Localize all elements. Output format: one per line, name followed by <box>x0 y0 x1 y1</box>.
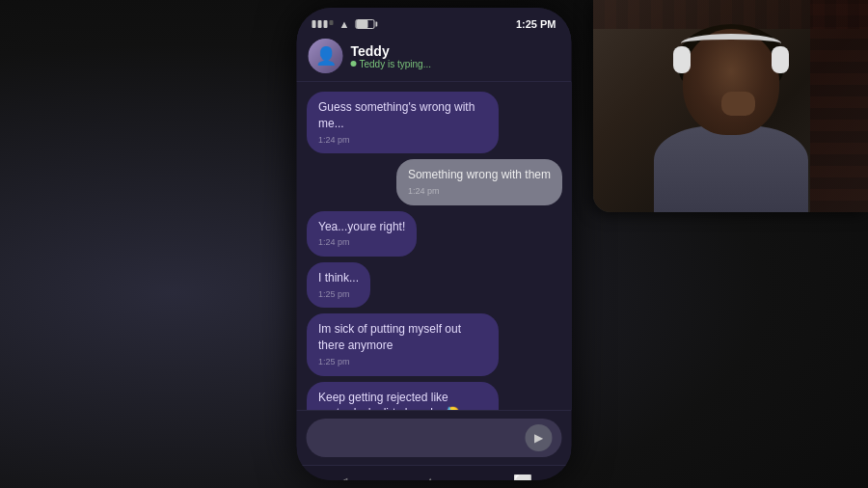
hand-shape <box>721 92 755 116</box>
webcam-overlay <box>593 0 868 212</box>
status-time: 1:25 PM <box>516 18 556 30</box>
send-button[interactable]: ▶ <box>526 424 553 451</box>
headphone-left <box>673 46 691 73</box>
message-3-time: 1:24 pm <box>318 236 405 249</box>
message-3: Yea...youre right! 1:24 pm <box>307 211 417 257</box>
person-figure <box>635 19 827 212</box>
message-3-text: Yea...youre right! <box>318 220 405 233</box>
message-2-text: Something wrong with them <box>407 168 550 181</box>
home-button[interactable]: △ <box>424 474 436 480</box>
message-1-text: Guess something's wrong with me... <box>318 100 475 130</box>
message-2-time: 1:24 pm <box>407 185 550 198</box>
status-bar: ▲ 1:25 PM <box>297 8 572 35</box>
send-icon: ▶ <box>534 431 543 445</box>
chat-input-area: ▶ <box>297 410 572 465</box>
typing-status: Teddy is typing... <box>351 59 560 69</box>
message-1: Guess something's wrong with me... 1:24 … <box>307 92 499 153</box>
bar-3 <box>324 20 328 28</box>
message-6: Keep getting rejected like yesterday's d… <box>307 382 499 410</box>
message-5-time: 1:25 pm <box>318 356 487 368</box>
webcam-feed <box>593 0 868 212</box>
body-shape <box>654 125 808 212</box>
headphone-band <box>681 34 781 53</box>
message-5: Im sick of putting myself out there anym… <box>307 313 499 375</box>
avatar: 👤 <box>309 39 343 73</box>
headphone-right <box>772 46 789 73</box>
avatar-image: 👤 <box>309 39 343 73</box>
bar-4 <box>330 20 334 25</box>
battery-icon <box>355 19 374 29</box>
input-row: ▶ <box>307 419 562 457</box>
message-2: Something wrong with them 1:24 pm <box>395 159 561 204</box>
bar-2 <box>318 20 322 28</box>
status-text: Teddy is typing... <box>360 59 431 69</box>
wifi-icon: ▲ <box>339 18 350 30</box>
message-6-text: Keep getting rejected like yesterday's d… <box>318 391 460 410</box>
phone-frame: ▲ 1:25 PM 👤 Teddy Teddy is typing... Gue… <box>297 8 572 480</box>
back-button[interactable]: ◁ <box>336 474 347 480</box>
message-input[interactable] <box>316 431 520 445</box>
message-4: I think... 1:25 pm <box>307 262 370 308</box>
battery-fill <box>356 20 368 28</box>
header-info: Teddy Teddy is typing... <box>351 43 560 69</box>
chat-body: Guess something's wrong with me... 1:24 … <box>297 82 572 410</box>
contact-name: Teddy <box>351 43 560 59</box>
message-4-text: I think... <box>318 271 359 285</box>
message-4-time: 1:25 pm <box>318 288 359 301</box>
message-5-text: Im sick of putting myself out there anym… <box>318 322 461 352</box>
chat-header: 👤 Teddy Teddy is typing... <box>297 35 572 82</box>
signal-area: ▲ <box>312 18 375 30</box>
bar-1 <box>312 20 316 28</box>
message-1-time: 1:24 pm <box>318 134 487 147</box>
bottom-nav: ◁ △ ⬜ <box>297 465 572 480</box>
online-dot <box>351 61 357 67</box>
recent-button[interactable]: ⬜ <box>513 474 532 480</box>
signal-bars <box>312 20 334 28</box>
